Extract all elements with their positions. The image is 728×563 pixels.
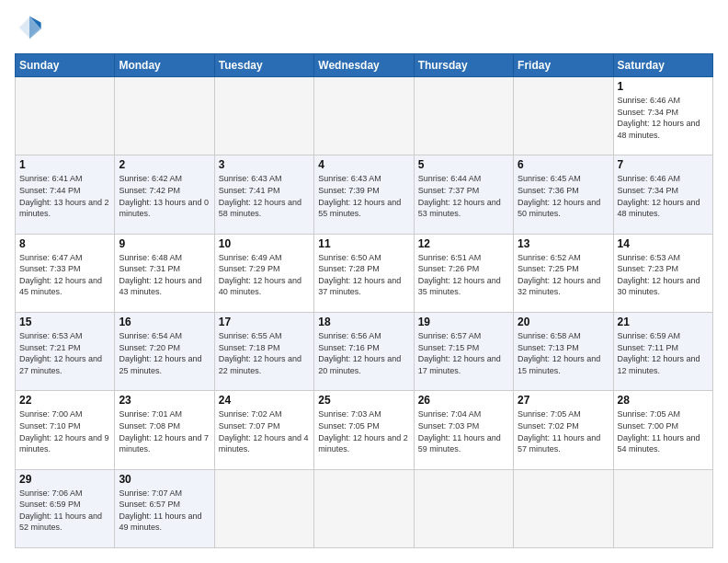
day-cell: 20Sunrise: 6:58 AMSunset: 7:13 PMDayligh… xyxy=(514,312,613,390)
day-cell: 18Sunrise: 6:56 AMSunset: 7:16 PMDayligh… xyxy=(314,312,414,390)
day-cell: 23Sunrise: 7:01 AMSunset: 7:08 PMDayligh… xyxy=(115,391,214,469)
logo xyxy=(15,15,46,44)
day-cell: 8Sunrise: 6:47 AMSunset: 7:33 PMDaylight… xyxy=(16,234,115,312)
day-cell: 19Sunrise: 6:57 AMSunset: 7:15 PMDayligh… xyxy=(414,312,513,390)
day-cell: 6Sunrise: 6:45 AMSunset: 7:36 PMDaylight… xyxy=(514,155,613,234)
day-number: 27 xyxy=(518,394,609,407)
day-info: Sunrise: 6:53 AMSunset: 7:23 PMDaylight:… xyxy=(618,252,709,298)
day-cell: 17Sunrise: 6:55 AMSunset: 7:18 PMDayligh… xyxy=(214,312,313,390)
week-row-3: 15Sunrise: 6:53 AMSunset: 7:21 PMDayligh… xyxy=(16,312,713,390)
week-row-5: 29Sunrise: 7:06 AMSunset: 6:59 PMDayligh… xyxy=(16,469,713,547)
day-info: Sunrise: 6:51 AMSunset: 7:26 PMDaylight:… xyxy=(418,252,509,298)
day-info: Sunrise: 6:55 AMSunset: 7:18 PMDaylight:… xyxy=(219,330,310,376)
col-friday: Friday xyxy=(514,54,613,77)
week-row-2: 8Sunrise: 6:47 AMSunset: 7:33 PMDaylight… xyxy=(16,234,713,312)
day-cell xyxy=(414,77,513,155)
day-number: 3 xyxy=(219,158,310,171)
day-number: 29 xyxy=(19,473,110,486)
day-number: 8 xyxy=(19,237,110,250)
week-row-0: 1Sunrise: 6:46 AMSunset: 7:34 PMDaylight… xyxy=(16,77,713,155)
day-cell: 29Sunrise: 7:06 AMSunset: 6:59 PMDayligh… xyxy=(16,469,115,547)
day-cell xyxy=(16,77,115,155)
day-cell: 13Sunrise: 6:52 AMSunset: 7:25 PMDayligh… xyxy=(514,234,613,312)
day-number: 13 xyxy=(518,237,609,250)
day-info: Sunrise: 6:50 AMSunset: 7:28 PMDaylight:… xyxy=(318,252,409,298)
day-info: Sunrise: 6:53 AMSunset: 7:21 PMDaylight:… xyxy=(19,330,110,376)
day-number: 14 xyxy=(618,237,709,250)
day-number: 17 xyxy=(219,316,310,328)
day-info: Sunrise: 7:06 AMSunset: 6:59 PMDaylight:… xyxy=(19,488,110,534)
day-number: 9 xyxy=(119,237,210,250)
day-info: Sunrise: 6:54 AMSunset: 7:20 PMDaylight:… xyxy=(119,330,210,376)
day-info: Sunrise: 6:42 AMSunset: 7:42 PMDaylight:… xyxy=(119,173,210,219)
calendar: Sunday Monday Tuesday Wednesday Thursday… xyxy=(15,53,713,548)
day-cell: 26Sunrise: 7:04 AMSunset: 7:03 PMDayligh… xyxy=(414,391,513,469)
day-info: Sunrise: 6:46 AMSunset: 7:34 PMDaylight:… xyxy=(618,173,709,219)
day-info: Sunrise: 7:05 AMSunset: 7:02 PMDaylight:… xyxy=(518,408,609,454)
day-number: 4 xyxy=(318,158,409,171)
day-info: Sunrise: 6:56 AMSunset: 7:16 PMDaylight:… xyxy=(318,330,409,376)
day-info: Sunrise: 6:45 AMSunset: 7:36 PMDaylight:… xyxy=(518,173,609,219)
day-cell: 11Sunrise: 6:50 AMSunset: 7:28 PMDayligh… xyxy=(314,234,414,312)
calendar-header: Sunday Monday Tuesday Wednesday Thursday… xyxy=(16,54,713,77)
day-info: Sunrise: 6:48 AMSunset: 7:31 PMDaylight:… xyxy=(119,252,210,298)
page: Sunday Monday Tuesday Wednesday Thursday… xyxy=(0,0,728,563)
day-info: Sunrise: 6:57 AMSunset: 7:15 PMDaylight:… xyxy=(418,330,509,376)
day-number: 19 xyxy=(418,316,509,328)
day-cell: 27Sunrise: 7:05 AMSunset: 7:02 PMDayligh… xyxy=(514,391,613,469)
week-row-4: 22Sunrise: 7:00 AMSunset: 7:10 PMDayligh… xyxy=(16,391,713,469)
day-cell: 21Sunrise: 6:59 AMSunset: 7:11 PMDayligh… xyxy=(613,312,712,390)
col-tuesday: Tuesday xyxy=(214,54,313,77)
day-info: Sunrise: 7:02 AMSunset: 7:07 PMDaylight:… xyxy=(219,408,310,454)
day-info: Sunrise: 6:49 AMSunset: 7:29 PMDaylight:… xyxy=(219,252,310,298)
day-cell: 10Sunrise: 6:49 AMSunset: 7:29 PMDayligh… xyxy=(214,234,313,312)
day-info: Sunrise: 6:43 AMSunset: 7:39 PMDaylight:… xyxy=(318,173,409,219)
day-number: 26 xyxy=(418,394,509,407)
day-cell: 9Sunrise: 6:48 AMSunset: 7:31 PMDaylight… xyxy=(115,234,214,312)
day-number: 23 xyxy=(119,394,210,407)
col-sunday: Sunday xyxy=(16,54,115,77)
day-number: 10 xyxy=(219,237,310,250)
day-number: 2 xyxy=(119,158,210,171)
day-info: Sunrise: 6:59 AMSunset: 7:11 PMDaylight:… xyxy=(618,330,709,376)
day-cell: 28Sunrise: 7:05 AMSunset: 7:00 PMDayligh… xyxy=(613,391,712,469)
day-cell: 16Sunrise: 6:54 AMSunset: 7:20 PMDayligh… xyxy=(115,312,214,390)
day-info: Sunrise: 6:52 AMSunset: 7:25 PMDaylight:… xyxy=(518,252,609,298)
day-info: Sunrise: 7:00 AMSunset: 7:10 PMDaylight:… xyxy=(19,408,110,454)
week-row-1: 1Sunrise: 6:41 AMSunset: 7:44 PMDaylight… xyxy=(16,155,713,234)
col-saturday: Saturday xyxy=(613,54,712,77)
day-cell xyxy=(514,77,613,155)
day-cell: 12Sunrise: 6:51 AMSunset: 7:26 PMDayligh… xyxy=(414,234,513,312)
day-info: Sunrise: 6:41 AMSunset: 7:44 PMDaylight:… xyxy=(19,173,110,219)
day-number: 1 xyxy=(19,158,110,171)
day-cell xyxy=(214,469,313,547)
day-number: 5 xyxy=(418,158,509,171)
day-cell: 2Sunrise: 6:42 AMSunset: 7:42 PMDaylight… xyxy=(115,155,214,234)
day-number: 7 xyxy=(618,158,709,171)
day-cell: 30Sunrise: 7:07 AMSunset: 6:57 PMDayligh… xyxy=(115,469,214,547)
day-number: 30 xyxy=(119,473,210,486)
col-wednesday: Wednesday xyxy=(314,54,414,77)
day-cell: 15Sunrise: 6:53 AMSunset: 7:21 PMDayligh… xyxy=(16,312,115,390)
col-monday: Monday xyxy=(115,54,214,77)
day-cell: 5Sunrise: 6:44 AMSunset: 7:37 PMDaylight… xyxy=(414,155,513,234)
day-info: Sunrise: 7:07 AMSunset: 6:57 PMDaylight:… xyxy=(119,488,210,534)
day-info: Sunrise: 7:05 AMSunset: 7:00 PMDaylight:… xyxy=(618,408,709,454)
day-info: Sunrise: 6:46 AMSunset: 7:34 PMDaylight:… xyxy=(618,95,709,141)
day-info: Sunrise: 6:43 AMSunset: 7:41 PMDaylight:… xyxy=(219,173,310,219)
day-cell: 7Sunrise: 6:46 AMSunset: 7:34 PMDaylight… xyxy=(613,155,712,234)
day-cell: 1Sunrise: 6:46 AMSunset: 7:34 PMDaylight… xyxy=(613,77,712,155)
day-info: Sunrise: 7:01 AMSunset: 7:08 PMDaylight:… xyxy=(119,408,210,454)
day-number: 21 xyxy=(618,316,709,328)
day-cell: 14Sunrise: 6:53 AMSunset: 7:23 PMDayligh… xyxy=(613,234,712,312)
day-cell: 25Sunrise: 7:03 AMSunset: 7:05 PMDayligh… xyxy=(314,391,414,469)
day-cell xyxy=(514,469,613,547)
day-cell: 1Sunrise: 6:41 AMSunset: 7:44 PMDaylight… xyxy=(16,155,115,234)
day-cell: 4Sunrise: 6:43 AMSunset: 7:39 PMDaylight… xyxy=(314,155,414,234)
day-number: 25 xyxy=(318,394,409,407)
header-row: Sunday Monday Tuesday Wednesday Thursday… xyxy=(16,54,713,77)
day-number: 18 xyxy=(318,316,409,328)
day-cell: 24Sunrise: 7:02 AMSunset: 7:07 PMDayligh… xyxy=(214,391,313,469)
calendar-body: 1Sunrise: 6:46 AMSunset: 7:34 PMDaylight… xyxy=(16,77,713,548)
day-info: Sunrise: 6:44 AMSunset: 7:37 PMDaylight:… xyxy=(418,173,509,219)
